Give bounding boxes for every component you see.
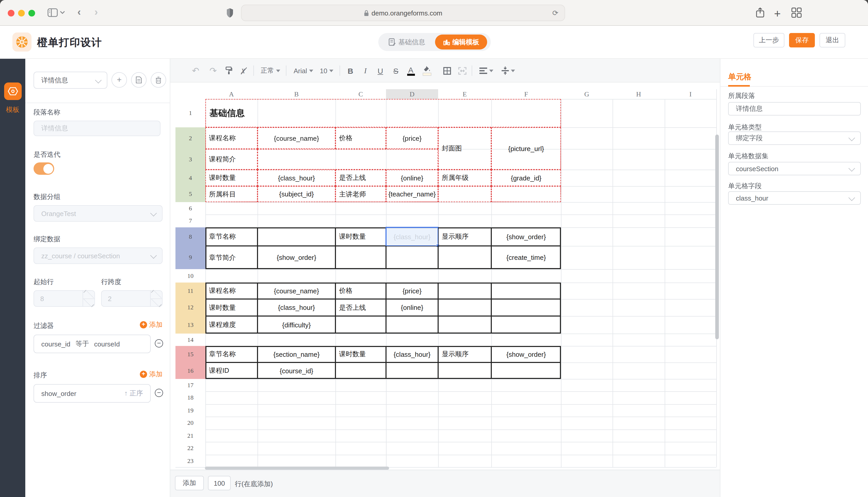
text-color-button[interactable]: A xyxy=(406,59,415,83)
row-header-12[interactable]: 12 xyxy=(176,299,205,316)
redo-button[interactable]: ↷ xyxy=(207,59,219,83)
stepper-arrows[interactable] xyxy=(83,291,94,306)
filter-remove-button[interactable]: − xyxy=(155,339,163,347)
privacy-shield-icon[interactable] xyxy=(226,8,234,18)
cell-B8[interactable] xyxy=(258,227,335,246)
cell-dataset-select[interactable]: courseSection xyxy=(728,162,861,175)
borders-button[interactable] xyxy=(442,59,452,83)
reload-icon[interactable]: ⟳ xyxy=(552,9,559,17)
sheet-grid[interactable]: ABCDEFGHI1234567891011121314151617181920… xyxy=(170,83,720,470)
cell-E9[interactable] xyxy=(438,246,491,269)
cell-B5[interactable]: {subject_id} xyxy=(258,186,335,202)
cell-F13[interactable] xyxy=(491,316,561,333)
cell-A15[interactable]: 章节名称 xyxy=(205,346,258,363)
data-group-select[interactable]: OrangeTest xyxy=(33,205,163,222)
cell-C15[interactable]: 课时数量 xyxy=(335,346,386,363)
cell-D8[interactable]: {class_hour} xyxy=(386,227,438,246)
font-size-dropdown[interactable]: 10 xyxy=(319,59,334,83)
cell-A5[interactable]: 所属科目 xyxy=(205,186,258,202)
cell-E13[interactable] xyxy=(438,316,491,333)
add-paragraph-button[interactable]: + xyxy=(111,72,127,88)
cell-E15[interactable]: 显示顺序 xyxy=(438,346,491,363)
row-header-4[interactable]: 4 xyxy=(176,170,205,186)
column-header-E[interactable]: E xyxy=(438,89,491,99)
merge-cells-button[interactable] xyxy=(457,59,468,83)
tab-edit-template[interactable]: 编辑模板 xyxy=(435,34,487,49)
cell-field-select[interactable]: class_hour xyxy=(728,191,861,205)
cell-F8[interactable]: {show_order} xyxy=(491,227,561,246)
undo-button[interactable]: ↶ xyxy=(190,59,201,83)
rail-item-template[interactable] xyxy=(4,83,22,100)
cell-F9[interactable]: {create_time} xyxy=(491,246,561,269)
cell-B2[interactable]: {course_name} xyxy=(258,127,335,149)
cell-C4[interactable]: 是否上线 xyxy=(335,170,386,186)
sort-add-button[interactable]: + 添加 xyxy=(140,370,163,379)
save-button[interactable]: 保存 xyxy=(789,33,815,47)
row-header-14[interactable]: 14 xyxy=(176,333,205,346)
cell-D5[interactable]: {teacher_name} xyxy=(386,186,438,202)
cell-C5[interactable]: 主讲老师 xyxy=(335,186,386,202)
cell-D12[interactable]: {online} xyxy=(386,299,438,316)
row-header-16[interactable]: 16 xyxy=(176,363,205,379)
iterate-toggle[interactable] xyxy=(33,162,54,175)
format-painter-button[interactable] xyxy=(223,59,234,83)
rail-item-template-label[interactable]: 模板 xyxy=(0,105,25,114)
bold-button[interactable]: B xyxy=(346,59,355,83)
fill-color-button[interactable] xyxy=(422,59,432,83)
cell-B13[interactable]: {difficulty} xyxy=(258,316,335,333)
column-header-G[interactable]: G xyxy=(561,89,612,99)
tab-cell[interactable]: 单元格 xyxy=(728,72,752,82)
cell-A2[interactable]: 课程名称 xyxy=(205,127,258,149)
column-header-A[interactable]: A xyxy=(205,89,258,99)
strikethrough-button[interactable]: S xyxy=(391,59,400,83)
cell-C13[interactable] xyxy=(335,316,386,333)
cell-C8[interactable]: 课时数量 xyxy=(335,227,386,246)
cell-A11[interactable]: 课程名称 xyxy=(205,283,258,299)
cell-C12[interactable]: 是否上线 xyxy=(335,299,386,316)
cell-B11[interactable]: {course_name} xyxy=(258,283,335,299)
cell-E16[interactable] xyxy=(438,363,491,379)
cell-E11[interactable] xyxy=(438,283,491,299)
cell-A1[interactable]: 基础信息 xyxy=(205,99,561,127)
row-span-stepper[interactable]: 2 xyxy=(101,290,163,307)
url-bar[interactable]: demo.orangeforms.com ⟳ xyxy=(241,5,565,21)
cell-E8[interactable]: 显示顺序 xyxy=(438,227,491,246)
row-header-1[interactable]: 1 xyxy=(176,99,205,127)
cell-B12[interactable]: {class_hour} xyxy=(258,299,335,316)
row-header-20[interactable]: 20 xyxy=(176,416,205,429)
cell-B3[interactable] xyxy=(258,149,438,170)
bind-data-select[interactable]: zz_course / courseSection xyxy=(33,247,163,264)
filter-item[interactable]: course_id 等于 courseId xyxy=(33,335,151,353)
sidebar-toggle-icon[interactable] xyxy=(47,8,58,17)
back-button[interactable]: ‹ xyxy=(78,6,81,18)
cell-F16[interactable] xyxy=(491,363,561,379)
cell-A8[interactable]: 章节名称 xyxy=(205,227,258,246)
row-header-11[interactable]: 11 xyxy=(176,283,205,299)
cell-F2[interactable]: {picture_url} xyxy=(491,127,561,170)
row-header-10[interactable]: 10 xyxy=(176,269,205,283)
cell-F11[interactable] xyxy=(491,283,561,299)
sidebar-chevron-icon[interactable] xyxy=(60,10,65,14)
vertical-scrollbar[interactable] xyxy=(715,134,719,339)
close-window-button[interactable] xyxy=(8,10,14,16)
exit-button[interactable]: 退出 xyxy=(819,33,845,47)
cell-C2[interactable]: 价格 xyxy=(335,127,386,149)
column-header-C[interactable]: C xyxy=(335,89,386,99)
row-header-17[interactable]: 17 xyxy=(176,379,205,391)
cell-F12[interactable] xyxy=(491,299,561,316)
cell-D15[interactable]: {class_hour} xyxy=(386,346,438,363)
row-header-2[interactable]: 2 xyxy=(176,127,205,149)
cell-type-select[interactable]: 绑定字段 xyxy=(728,131,861,145)
row-header-23[interactable]: 23 xyxy=(176,455,205,467)
tab-basic-info[interactable]: 基础信息 xyxy=(389,33,425,51)
cell-D2[interactable]: {price} xyxy=(386,127,438,149)
row-header-18[interactable]: 18 xyxy=(176,391,205,404)
vertical-align-dropdown[interactable] xyxy=(499,59,517,83)
filter-add-button[interactable]: + 添加 xyxy=(140,320,163,329)
para-name-input[interactable]: 详情信息 xyxy=(33,120,161,136)
cell-D4[interactable]: {online} xyxy=(386,170,438,186)
cell-C9[interactable] xyxy=(335,246,386,269)
cell-A12[interactable]: 课时数量 xyxy=(205,299,258,316)
cell-E2[interactable]: 封面图 xyxy=(438,127,491,170)
cell-E12[interactable] xyxy=(438,299,491,316)
